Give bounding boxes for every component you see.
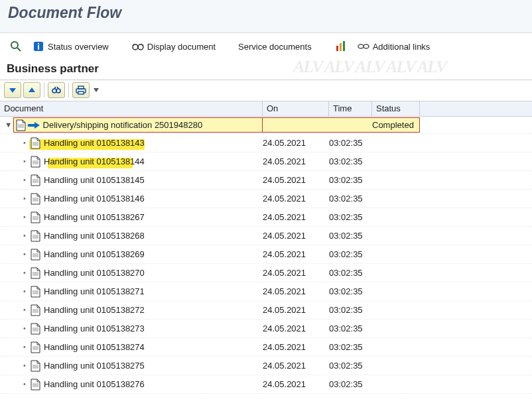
row-time: 03:02:35 bbox=[329, 361, 372, 371]
chevron-down-icon bbox=[94, 88, 99, 93]
document-icon bbox=[29, 284, 41, 299]
document-icon bbox=[29, 377, 41, 392]
table-row[interactable]: •Handling unit 010513814624.05.202103:02… bbox=[0, 190, 532, 208]
table-row-root[interactable]: ▼ Delivery/shipping notification 2501948… bbox=[0, 117, 532, 134]
column-on[interactable]: On bbox=[263, 101, 329, 116]
leaf-bullet-icon: • bbox=[20, 288, 29, 295]
table-row[interactable]: •Handling unit 010513826824.05.202103:02… bbox=[0, 227, 532, 245]
collapse-icon[interactable]: ▼ bbox=[4, 121, 13, 129]
row-on: 24.05.2021 bbox=[263, 212, 329, 222]
print-dropdown[interactable] bbox=[92, 83, 101, 97]
row-time: 03:02:35 bbox=[329, 379, 372, 389]
bar-chart-icon bbox=[334, 40, 348, 53]
additional-links-button[interactable]: Additional links bbox=[354, 38, 433, 54]
chart-button[interactable] bbox=[332, 38, 350, 54]
document-icon bbox=[29, 173, 41, 188]
column-time[interactable]: Time bbox=[329, 101, 372, 116]
link-icon bbox=[357, 40, 370, 53]
svg-marker-23 bbox=[94, 88, 99, 92]
search-button[interactable] bbox=[7, 38, 25, 54]
row-on: 24.05.2021 bbox=[263, 156, 329, 166]
row-on: 24.05.2021 bbox=[263, 379, 329, 389]
leaf-bullet-icon: • bbox=[20, 362, 29, 369]
table-row[interactable]: •Handling unit 010513826724.05.202103:02… bbox=[0, 208, 532, 227]
document-icon bbox=[15, 118, 27, 133]
row-text: Handling unit 0105138269 bbox=[41, 249, 145, 259]
glasses-icon bbox=[131, 40, 145, 53]
row-time: 03:02:35 bbox=[329, 286, 372, 296]
row-on: 24.05.2021 bbox=[263, 175, 329, 185]
svg-rect-10 bbox=[340, 43, 342, 51]
row-time: 03:02:35 bbox=[329, 268, 372, 278]
magnifier-icon bbox=[9, 40, 23, 53]
document-icon bbox=[29, 303, 41, 318]
leaf-bullet-icon: • bbox=[20, 343, 29, 351]
table-row[interactable]: •Handling unit 010513827624.05.202103:02… bbox=[0, 375, 532, 394]
table-row[interactable]: •Handling unit 010513814524.05.202103:02… bbox=[0, 171, 532, 190]
document-icon bbox=[29, 266, 41, 280]
find-button[interactable] bbox=[48, 82, 65, 98]
table-row[interactable]: •Handling unit 010513827024.05.202103:02… bbox=[0, 264, 532, 282]
row-on: 24.05.2021 bbox=[263, 361, 329, 371]
leaf-bullet-icon: • bbox=[20, 139, 29, 147]
row-on: 24.05.2021 bbox=[263, 342, 329, 352]
chevron-up-icon bbox=[27, 86, 36, 95]
row-text: Handling unit 0105138274 bbox=[41, 342, 145, 352]
grid-header: Document On Time Status bbox=[0, 101, 532, 117]
service-documents-label: Service documents bbox=[238, 42, 312, 52]
service-documents-button[interactable]: Service documents bbox=[235, 40, 314, 53]
row-text: Handling unit 0105138145 bbox=[41, 175, 145, 185]
table-row[interactable]: •Handling unit 010513827224.05.202103:02… bbox=[0, 301, 532, 320]
leaf-bullet-icon: • bbox=[20, 381, 29, 388]
svg-point-12 bbox=[358, 44, 364, 48]
section-header: Business partner ALV ALV ALV ALV ALV bbox=[0, 60, 532, 80]
svg-point-16 bbox=[52, 89, 56, 93]
row-time: 03:02:35 bbox=[329, 156, 372, 166]
document-icon bbox=[29, 359, 41, 373]
svg-line-8 bbox=[142, 44, 143, 46]
table-row[interactable]: •Handling unit 010513826924.05.202103:02… bbox=[0, 245, 532, 264]
row-time: 03:02:35 bbox=[329, 212, 372, 222]
svg-rect-4 bbox=[38, 45, 39, 50]
svg-rect-3 bbox=[38, 43, 39, 44]
binoculars-icon bbox=[52, 86, 61, 95]
print-button[interactable] bbox=[72, 82, 90, 98]
leaf-bullet-icon: • bbox=[20, 158, 29, 165]
table-row[interactable]: •Handling unit 010513814424.05.202103:02… bbox=[0, 152, 532, 171]
row-on: 24.05.2021 bbox=[263, 324, 329, 333]
row-text: Handling unit 0105138273 bbox=[41, 324, 145, 333]
status-overview-button[interactable]: Status overview bbox=[29, 38, 111, 54]
column-document[interactable]: Document bbox=[0, 101, 263, 116]
svg-point-13 bbox=[364, 44, 369, 48]
row-time: 03:02:35 bbox=[329, 305, 372, 315]
table-row[interactable]: •Handling unit 010513827324.05.202103:02… bbox=[0, 320, 532, 338]
svg-line-19 bbox=[57, 87, 58, 89]
svg-rect-11 bbox=[343, 41, 345, 51]
table-row[interactable]: •Handling unit 010513827424.05.202103:02… bbox=[0, 338, 532, 357]
row-time: 03:02:35 bbox=[329, 138, 372, 148]
row-text: Handling unit 0105138276 bbox=[41, 379, 145, 389]
printer-icon bbox=[76, 86, 86, 95]
svg-point-0 bbox=[11, 42, 18, 48]
row-text: Handling unit 0105138144 bbox=[41, 156, 145, 166]
chevron-down-icon bbox=[8, 86, 17, 95]
display-document-button[interactable]: Display document bbox=[129, 38, 218, 54]
row-text: Handling unit 0105138267 bbox=[41, 212, 145, 222]
document-icon bbox=[29, 229, 41, 243]
document-icon bbox=[29, 210, 41, 225]
leaf-bullet-icon: • bbox=[20, 306, 29, 314]
expand-all-button[interactable] bbox=[4, 82, 21, 98]
row-text: Handling unit 0105138268 bbox=[41, 231, 145, 241]
document-icon bbox=[29, 247, 41, 262]
leaf-bullet-icon: • bbox=[20, 195, 29, 202]
table-row[interactable]: •Handling unit 010513827124.05.202103:02… bbox=[0, 282, 532, 301]
row-on: 24.05.2021 bbox=[263, 268, 329, 278]
collapse-all-button[interactable] bbox=[23, 82, 40, 98]
row-on: 24.05.2021 bbox=[263, 305, 329, 315]
leaf-bullet-icon: • bbox=[20, 213, 29, 221]
table-row[interactable]: •Handling unit 010513827524.05.202103:02… bbox=[0, 357, 532, 375]
column-status[interactable]: Status bbox=[372, 101, 420, 116]
svg-rect-27 bbox=[28, 124, 34, 127]
additional-links-label: Additional links bbox=[373, 42, 431, 52]
table-row[interactable]: •Handling unit 010513814324.05.202103:02… bbox=[0, 134, 532, 152]
